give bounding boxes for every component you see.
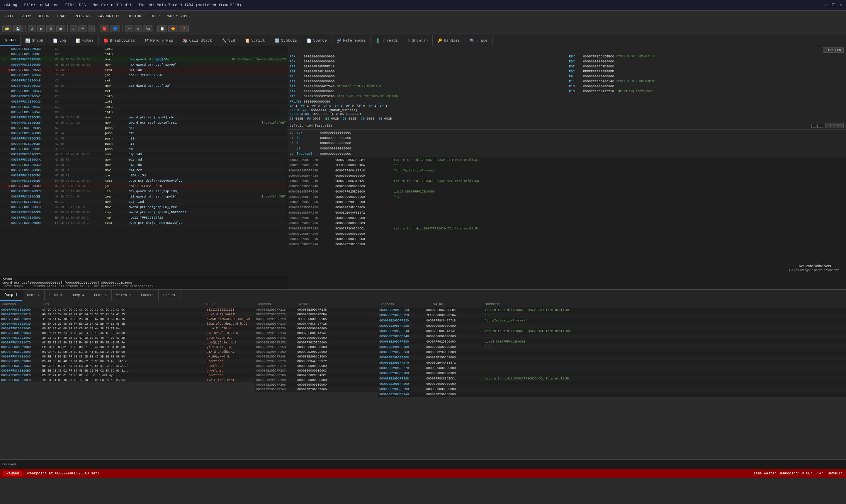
tab-source[interactable]: 📄 Source [302,35,332,46]
stack-row[interactable]: 000000B29D5FF2287FF800000000010A [255,317,378,321]
disasm-row[interactable]: 00007FF8C6326CC141 57pushr15 [0,146,287,152]
stack-row[interactable]: 000000B29D5FF24000007FF8C631A1AE [255,331,378,336]
calls-row[interactable]: 000000B29D5FF2480000000000000000 [378,334,846,339]
stack-row[interactable]: 000000B29D5FF2800000000000000003 [255,368,378,373]
dump-row[interactable]: 00007FF8C630104000 4C 8B 41 08 49 8B C8 … [0,326,255,331]
window-controls[interactable]: ─ □ ✕ [825,2,843,8]
calls-row[interactable]: 000000B29D5FF24000007FF8C631A1AEreturn t… [378,328,846,334]
dump-tab-dump-3[interactable]: Dump 3 [45,290,67,301]
reg-value[interactable]: 0000000000000000 [304,55,335,58]
tab-trace[interactable]: 🔍 Trace [465,35,492,46]
stack-row[interactable]: 000000B29D5FF2A0000000B29D1D8000 [255,387,378,392]
disasm-row[interactable]: 00007FF8C6326CABC3ret [0,89,287,94]
menu-view[interactable]: VIEW [18,13,33,20]
disasm-row[interactable]: 00007FF8C6326CF08B C1movesi,r15d [0,199,287,204]
dump-tab-dump-5[interactable]: Dump 5 [89,290,112,301]
tab-graph[interactable]: 📊 Graph [20,35,48,46]
toolbar-stop[interactable]: ⏹ [56,25,65,32]
reg-value[interactable]: FFFFFFFFFFFFFFFF [583,70,614,73]
dump-tab-dump-1[interactable]: Dump 1 [0,290,22,301]
calls-row[interactable]: 000000B29D5FF25000007FF625ED0000ida64.00… [378,339,846,344]
toolbar-help[interactable]: ❓ [179,25,189,32]
hide-fpu-button[interactable]: Hide FPU [823,48,844,53]
toolbar-step-out[interactable]: ↑ [88,25,95,32]
disasm-row[interactable]: 00007FF8C6326CAFCCint3 [0,110,287,115]
disasm-row[interactable]: 00007FF8C6326C9948 8B 80 90 00 00 00movr… [0,62,287,67]
tab-seh[interactable]: 🔧 SEH [217,35,240,46]
reg-value[interactable]: 00007FF8C6427718 [583,90,614,93]
calls-row[interactable]: 000000B29D5FF2980000000000000000 [378,386,846,392]
menu-debug[interactable]: DEBUG [35,13,52,20]
toolbar-restart[interactable]: ↺ [28,25,36,32]
reg-value[interactable]: 0000000000000000 [583,85,614,88]
toolbar-patch[interactable]: # [135,25,142,32]
stack-row[interactable]: 000000B29D5FF2580000000000000000 [255,345,378,349]
reg-value[interactable]: 0000000000000000 [304,60,335,63]
reg-value[interactable]: 00007FF8C645EEC0 [583,55,614,58]
calls-row[interactable]: 000000B29D5FF2800000000000000003 [378,371,846,376]
dump-row[interactable]: 00007FF8C63010308B EF D3 23 48 8B FF E5 … [0,321,255,326]
disasm-view[interactable]: 00007FF8C6326C8DCCint300007FF8C6326C8ECC… [0,46,287,276]
reg-value[interactable]: 00007FF8C6326C90 [304,95,335,98]
disasm-row[interactable]: 00007FF8C6326CBD41 55pushr13 [0,136,287,141]
stack-row[interactable]: 000000B29D5FF28800007FF8C63D4CC1 [255,373,378,378]
toolbar-step-into[interactable]: ↓ [70,25,77,32]
calls-row[interactable]: 000000B29D5FF2287FF800000000010A"PE" [378,313,846,318]
tab-cpu[interactable]: ⚙ CPU [0,35,20,46]
stack-row[interactable]: 000000B29D5FF2900000000000000000 [255,378,378,382]
disasm-row[interactable]: 00007FF8C6326D08F6 05 11 61 13 00 02test… [0,220,287,226]
disasm-row[interactable]: 00007FF8C6326CACCCint3 [0,94,287,99]
dump-row[interactable]: 00007FF8C63010A000 EE 48 D3 E2 FF 33 C8 … [0,354,255,359]
disasm-row[interactable]: 00007FF8C6326CA675 63jnentdll.7FF8C6326C… [0,73,287,78]
disasm-row[interactable]: 00007FF8C6326CADCCint3 [0,99,287,104]
disasm-row[interactable]: 00007FF8C6326CBF41 56pushr14 [0,141,287,146]
toolbar-step-over[interactable]: ↷ [78,25,87,32]
tab-snowman[interactable]: ☃ Snowman [403,35,433,46]
tab-threads[interactable]: 🧵 Threads [371,35,403,46]
toolbar-bp[interactable]: 🔴 [100,25,109,32]
disasm-row[interactable]: 00007FF8C6326CD04C 8B F1movr14,rcx [0,168,287,173]
dump-row[interactable]: 00007FF8C6301080FC C0 4C 8B C1 E8 06 80 … [0,345,255,349]
disasm-row[interactable]: 00007FF8C6326CBB41 54pushr12 [0,131,287,136]
calls-row[interactable]: 000000B29D5FF2900000000000000000 [378,381,846,386]
dump-row[interactable]: 00007FF8C63010D0EB EE 23 33 C2 FF 87 48 … [0,368,255,373]
disasm-row[interactable]: ●00007FF8C6326CA348 85 C0testrax,rax [0,67,287,73]
stack-row[interactable]: 000000B29D5FF2980000000000000000 [255,382,378,387]
reg-value[interactable]: 000000B29D1D8000 [304,70,335,73]
menu-favourites[interactable]: FAVOURITES [95,13,123,20]
toolbar-bp-list[interactable]: 🔶 [168,25,178,32]
dump-tab-dump-4[interactable]: Dump 4 [67,290,89,301]
stack-row[interactable]: 000000B29D5FF2380000000000000000 [255,326,378,331]
dump-row[interactable]: 00007FF8C630101048 89 5C 24 10 48 89 6C … [0,312,255,317]
dump-row[interactable]: 00007FF8C630107008 EB EE C3 40 3B C3 F4 … [0,340,255,345]
tab-log[interactable]: 📄 Log [48,35,71,46]
dump-tab-locals[interactable]: Locals [136,290,159,301]
dump-row[interactable]: 00007FF8C63010908A CA 49 C1 E8 06 80 E1 … [0,349,255,354]
tab-notes[interactable]: 📝 Notes [71,35,99,46]
disasm-row[interactable]: 00007FF8C6326CFB81 79 10 EE 0D 00 00cmpd… [0,210,287,215]
menu-trace[interactable]: TRACE [53,13,70,20]
disasm-row[interactable]: 00007FF8C6326CBA57pushrdi [0,125,287,131]
stack-row[interactable]: 000000B29D5FF260000000B29D1D8000 [255,349,378,354]
disasm-row[interactable]: ●00007FF8C6326CDD0F 84 63 93 13 00 02jen… [0,183,287,189]
calls-row[interactable]: 000000B29D5FF2580000000000000000"PE" [378,344,846,349]
toolbar-mem-bp[interactable]: 🔵 [110,25,120,32]
calls-row[interactable]: 000000B29D5FF28800007FF8C63D4CC1return t… [378,376,846,381]
reg-value[interactable]: 000000B29D1D8000 [583,65,614,68]
command-input[interactable] [20,463,844,466]
toolbar-asm[interactable]: ✏ [125,25,134,32]
calls-row[interactable]: 000000B29D5FF268000000B29D1D8000 [378,355,846,360]
toolbar-run[interactable]: ▶ [37,25,45,32]
calls-row[interactable]: 000000B29D5FF23000007FF8C6427718"LdrpIni… [378,318,846,323]
dump-tab-dump-2[interactable]: Dump 2 [22,290,45,301]
disasm-row[interactable]: 00007FF8C6326CA8C3ret [0,78,287,83]
reg-value[interactable]: 00007FF8C6460140 [583,80,614,83]
tab-handles[interactable]: 🔑 Handles [433,35,465,46]
reg-value[interactable]: 000000B29D5FF218 [304,65,335,68]
menu-plugins[interactable]: PLUGINS [72,13,93,20]
stack-row[interactable]: 000000B29D5FF25000007FF625ED0000 [255,340,378,345]
tab-symbols[interactable]: 🔣 Symbols [270,35,302,46]
reg-value[interactable]: 0000000000000000 [583,60,614,63]
dump-row[interactable]: 00007FF8C63010C000 EE 48 8B 87 48 01 EB … [0,364,255,368]
dump-row[interactable]: 00007FF8C630106020 83 CB FF 48 8B CB 47 … [0,336,255,340]
